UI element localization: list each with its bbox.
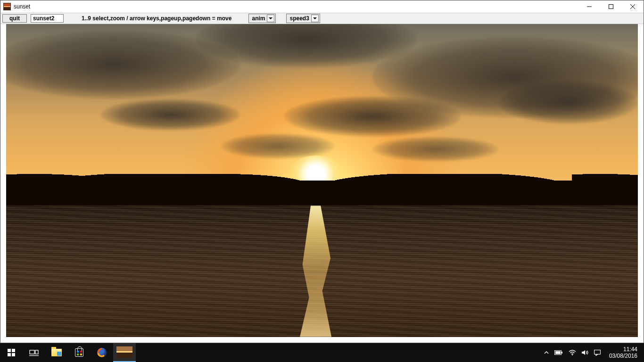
svg-rect-13 — [555, 351, 561, 354]
chevron-down-icon — [311, 15, 319, 22]
window-title: sunset — [14, 3, 30, 10]
svg-rect-6 — [8, 353, 11, 356]
action-center-icon[interactable] — [594, 350, 601, 356]
store-icon — [75, 348, 83, 357]
toolbar: quit 1..9 select,zoom / arrow keys,pageu… — [0, 13, 644, 24]
firefox-icon — [97, 348, 107, 357]
app-window: sunset quit 1..9 select,zoom / arrow key… — [0, 0, 644, 343]
taskbar-clock[interactable]: 11:44 03/08/2016 — [606, 346, 640, 359]
svg-rect-7 — [12, 353, 15, 356]
speed-select-value: speed3 — [289, 15, 309, 22]
anim-select-value: anim — [252, 15, 265, 22]
taskbar: 11:44 03/08/2016 — [0, 343, 644, 362]
speed-select[interactable]: speed3 — [286, 14, 320, 23]
svg-rect-15 — [594, 350, 600, 354]
clock-date: 03/08/2016 — [609, 353, 637, 359]
chevron-down-icon — [267, 15, 274, 22]
clock-time: 11:44 — [609, 346, 637, 353]
system-tray: 11:44 03/08/2016 — [544, 346, 644, 359]
anim-select[interactable]: anim — [248, 14, 276, 23]
minimize-button[interactable] — [578, 0, 600, 13]
svg-rect-1 — [609, 5, 613, 9]
start-button[interactable] — [0, 343, 23, 362]
svg-rect-12 — [561, 352, 562, 354]
quit-button[interactable]: quit — [2, 14, 27, 23]
store-button[interactable] — [68, 343, 91, 362]
battery-icon[interactable] — [554, 350, 563, 355]
svg-point-14 — [572, 354, 573, 355]
sunset-app-task[interactable] — [113, 343, 136, 362]
sunset-image — [6, 24, 638, 337]
folder-icon — [51, 349, 62, 356]
tray-overflow-icon[interactable] — [544, 350, 549, 355]
svg-rect-9 — [35, 350, 38, 354]
firefox-button[interactable] — [91, 343, 113, 362]
wifi-icon[interactable] — [569, 350, 576, 355]
svg-rect-4 — [8, 349, 11, 352]
app-icon — [3, 3, 11, 10]
task-view-button[interactable] — [23, 343, 45, 362]
image-viewport[interactable] — [0, 24, 644, 343]
svg-rect-5 — [12, 349, 15, 352]
titlebar[interactable]: sunset — [0, 0, 644, 13]
image-name-input[interactable] — [31, 14, 64, 23]
sunset-thumbnail-icon — [116, 346, 132, 358]
file-explorer-button[interactable] — [45, 343, 68, 362]
help-text: 1..9 select,zoom / arrow keys,pageup,pag… — [67, 15, 231, 22]
close-button[interactable] — [622, 0, 644, 13]
volume-icon[interactable] — [582, 350, 588, 355]
svg-rect-8 — [30, 350, 34, 354]
maximize-button[interactable] — [600, 0, 622, 13]
